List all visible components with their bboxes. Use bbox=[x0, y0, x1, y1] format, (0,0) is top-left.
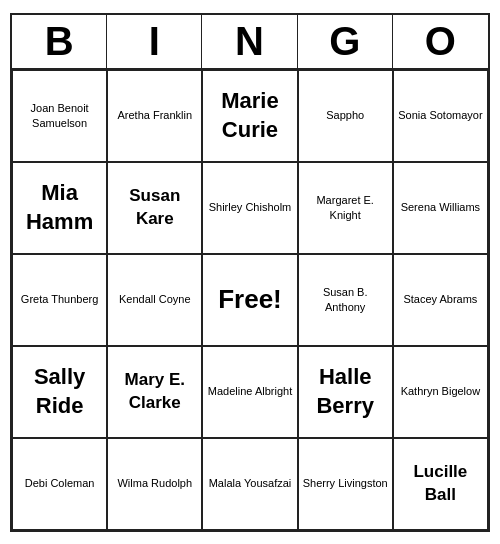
cell-label: Stacey Abrams bbox=[403, 292, 477, 306]
bingo-cell: Aretha Franklin bbox=[107, 70, 202, 162]
bingo-cell: Halle Berry bbox=[298, 346, 393, 438]
cell-label: Joan Benoit Samuelson bbox=[17, 101, 102, 130]
cell-label: Malala Yousafzai bbox=[209, 476, 292, 490]
header-letter: N bbox=[202, 15, 297, 68]
bingo-cell: Sonia Sotomayor bbox=[393, 70, 488, 162]
bingo-cell: Sally Ride bbox=[12, 346, 107, 438]
bingo-cell: Greta Thunberg bbox=[12, 254, 107, 346]
bingo-cell: Marie Curie bbox=[202, 70, 297, 162]
bingo-cell: Susan Kare bbox=[107, 162, 202, 254]
bingo-card: BINGO Joan Benoit SamuelsonAretha Frankl… bbox=[10, 13, 490, 532]
cell-label: Susan B. Anthony bbox=[303, 285, 388, 314]
bingo-header: BINGO bbox=[12, 15, 488, 70]
cell-label: Sally Ride bbox=[17, 363, 102, 420]
bingo-cell: Sappho bbox=[298, 70, 393, 162]
bingo-cell: Kathryn Bigelow bbox=[393, 346, 488, 438]
cell-label: Greta Thunberg bbox=[21, 292, 98, 306]
cell-label: Aretha Franklin bbox=[117, 108, 192, 122]
bingo-cell: Shirley Chisholm bbox=[202, 162, 297, 254]
bingo-cell: Mia Hamm bbox=[12, 162, 107, 254]
header-letter: I bbox=[107, 15, 202, 68]
bingo-cell: Kendall Coyne bbox=[107, 254, 202, 346]
bingo-cell: Debi Coleman bbox=[12, 438, 107, 530]
cell-label: Lucille Ball bbox=[398, 461, 483, 505]
bingo-cell: Mary E. Clarke bbox=[107, 346, 202, 438]
cell-label: Kendall Coyne bbox=[119, 292, 191, 306]
bingo-cell: Sherry Livingston bbox=[298, 438, 393, 530]
cell-label: Shirley Chisholm bbox=[209, 200, 292, 214]
bingo-cell: Wilma Rudolph bbox=[107, 438, 202, 530]
cell-label: Halle Berry bbox=[303, 363, 388, 420]
bingo-cell: Lucille Ball bbox=[393, 438, 488, 530]
cell-label: Mia Hamm bbox=[17, 179, 102, 236]
cell-label: Sherry Livingston bbox=[303, 476, 388, 490]
cell-label: Susan Kare bbox=[112, 185, 197, 229]
bingo-cell: Margaret E. Knight bbox=[298, 162, 393, 254]
bingo-cell: Serena Williams bbox=[393, 162, 488, 254]
cell-label: Mary E. Clarke bbox=[112, 369, 197, 413]
bingo-cell: Joan Benoit Samuelson bbox=[12, 70, 107, 162]
cell-label: Margaret E. Knight bbox=[303, 193, 388, 222]
cell-label: Marie Curie bbox=[207, 87, 292, 144]
bingo-cell: Malala Yousafzai bbox=[202, 438, 297, 530]
cell-label: Sappho bbox=[326, 108, 364, 122]
bingo-cell: Madeline Albright bbox=[202, 346, 297, 438]
cell-label: Kathryn Bigelow bbox=[401, 384, 481, 398]
cell-label: Debi Coleman bbox=[25, 476, 95, 490]
cell-label: Wilma Rudolph bbox=[117, 476, 192, 490]
header-letter: G bbox=[298, 15, 393, 68]
cell-label: Free! bbox=[218, 283, 282, 317]
bingo-grid: Joan Benoit SamuelsonAretha FranklinMari… bbox=[12, 70, 488, 530]
bingo-cell: Susan B. Anthony bbox=[298, 254, 393, 346]
cell-label: Sonia Sotomayor bbox=[398, 108, 482, 122]
cell-label: Madeline Albright bbox=[208, 384, 292, 398]
header-letter: O bbox=[393, 15, 488, 68]
cell-label: Serena Williams bbox=[401, 200, 480, 214]
header-letter: B bbox=[12, 15, 107, 68]
bingo-cell: Free! bbox=[202, 254, 297, 346]
bingo-cell: Stacey Abrams bbox=[393, 254, 488, 346]
